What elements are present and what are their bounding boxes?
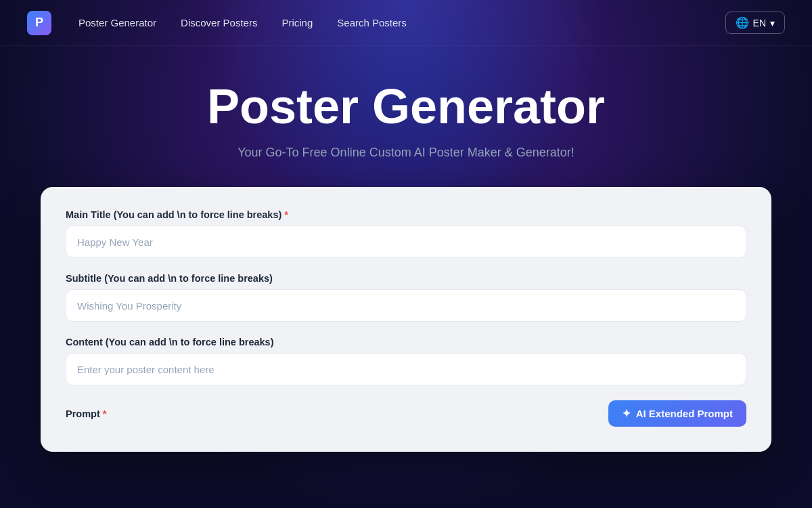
nav-logo[interactable]: P xyxy=(27,11,51,35)
subtitle-input[interactable] xyxy=(66,289,746,322)
logo-icon: P xyxy=(27,11,51,35)
ai-extended-prompt-button[interactable]: ✦ AI Extended Prompt xyxy=(608,400,746,427)
hero-subtitle: Your Go-To Free Online Custom AI Poster … xyxy=(14,146,798,160)
nav-link-discover-posters[interactable]: Discover Posters xyxy=(181,17,257,28)
content-group: Content (You can add \n to force line br… xyxy=(66,337,746,385)
nav-right: 🌐 EN ▾ xyxy=(725,12,785,34)
subtitle-group: Subtitle (You can add \n to force line b… xyxy=(66,273,746,322)
content-input[interactable] xyxy=(66,353,746,385)
content-label: Content (You can add \n to force line br… xyxy=(66,337,746,347)
form-card: Main Title (You can add \n to force line… xyxy=(41,187,771,452)
main-title-required: * xyxy=(284,209,288,220)
chevron-down-icon: ▾ xyxy=(770,18,775,28)
subtitle-label: Subtitle (You can add \n to force line b… xyxy=(66,273,746,284)
prompt-required: * xyxy=(103,408,107,419)
language-code: EN xyxy=(753,18,766,28)
main-title-group: Main Title (You can add \n to force line… xyxy=(66,209,746,258)
hero-section: Poster Generator Your Go-To Free Online … xyxy=(0,46,812,187)
nav-link-poster-generator[interactable]: Poster Generator xyxy=(78,17,156,28)
prompt-row: Prompt * ✦ AI Extended Prompt xyxy=(66,400,746,427)
main-title-label: Main Title (You can add \n to force line… xyxy=(66,209,746,220)
nav-link-pricing[interactable]: Pricing xyxy=(281,17,313,28)
language-selector[interactable]: 🌐 EN ▾ xyxy=(725,12,785,34)
hero-title: Poster Generator xyxy=(14,80,798,133)
nav-links: Poster Generator Discover Posters Pricin… xyxy=(78,17,725,28)
ai-sparkle-icon: ✦ xyxy=(622,407,631,420)
navbar: P Poster Generator Discover Posters Pric… xyxy=(0,0,812,46)
nav-link-search-posters[interactable]: Search Posters xyxy=(337,17,407,28)
main-title-input[interactable] xyxy=(66,226,746,258)
globe-icon: 🌐 xyxy=(736,16,749,29)
prompt-label: Prompt * xyxy=(66,408,106,419)
